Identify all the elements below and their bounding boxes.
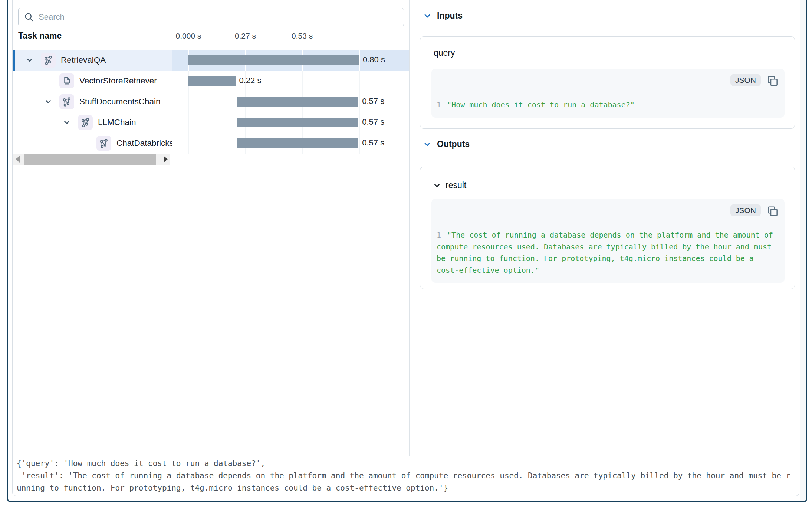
query-code-block: JSON 1"How much does it cost to run a da… (431, 69, 785, 118)
line-number: 1 (437, 100, 441, 109)
chain-span-type-icon (78, 115, 93, 130)
span-detail-panel: Inputs query JSON 1"How much does (409, 0, 799, 456)
span-row-vectorstoreretriever[interactable]: VectorStoreRetriever0.22 s (13, 71, 409, 91)
trace-viewer: Search Task name 0.000 s0.27 s0.53 s Ret… (0, 0, 812, 511)
duration-label: 0.22 s (239, 76, 262, 85)
scroll-right-button[interactable] (161, 154, 170, 165)
duration-label: 0.57 s (362, 138, 384, 148)
gridline (359, 91, 360, 112)
vertical-scrollbar-gutter[interactable] (800, 0, 806, 501)
gridline (359, 50, 360, 71)
gantt-timeline-cell: 0.22 s (172, 71, 409, 91)
duration-label: 0.80 s (363, 55, 385, 65)
copy-icon (766, 205, 778, 217)
outputs-result-card: result JSON 1"The cost of running a data… (420, 167, 795, 289)
span-name-cell[interactable]: LLMChain (13, 112, 172, 133)
trace-tree-panel: Search Task name 0.000 s0.27 s0.53 s Ret… (13, 0, 409, 456)
timeline-tick-label: 0.27 s (235, 32, 256, 40)
chain-span-type-icon (96, 136, 111, 151)
span-row-chatdatabricks[interactable]: ChatDatabricks0.57 s (13, 133, 409, 154)
span-name-cell[interactable]: StuffDocumentsChain (13, 91, 172, 112)
result-code-block: JSON 1"The cost of running a database de… (431, 199, 785, 283)
inputs-query-card: query JSON 1"How much does it cost to ru… (420, 36, 795, 129)
duration-bar[interactable] (237, 118, 359, 127)
scrollbar-thumb[interactable] (24, 154, 156, 165)
code-toolbar: JSON (431, 199, 785, 223)
gridline (359, 133, 360, 154)
span-row-stuffdocumentschain[interactable]: StuffDocumentsChain0.57 s (13, 91, 409, 112)
json-format-button[interactable]: JSON (730, 204, 761, 216)
span-name-label: LLMChain (98, 118, 136, 127)
scroll-right-arrow-icon (164, 156, 168, 163)
gantt-timeline-cell: 0.57 s (172, 112, 409, 133)
duration-bar[interactable] (237, 97, 359, 107)
search-input[interactable]: Search (18, 8, 404, 26)
chain-span-type-icon (41, 53, 56, 68)
span-name-label: RetrievalQA (61, 55, 106, 65)
chevron-placeholder (42, 74, 55, 88)
result-value: "The cost of running a database depends … (437, 230, 773, 275)
copy-button[interactable] (766, 205, 779, 217)
span-tree: RetrievalQA0.80 sVectorStoreRetriever0.2… (13, 50, 409, 154)
span-name-label: StuffDocumentsChain (79, 97, 160, 107)
gridline (302, 71, 303, 91)
expand-chevron-icon[interactable] (60, 116, 73, 129)
retriever-span-type-icon (59, 73, 74, 88)
inputs-section-header[interactable]: Inputs (423, 11, 463, 21)
scroll-left-arrow-icon (16, 156, 20, 163)
span-name-cell[interactable]: RetrievalQA (13, 50, 172, 71)
duration-bar[interactable] (188, 76, 236, 86)
cell-output-container: Search Task name 0.000 s0.27 s0.53 s Ret… (12, 0, 799, 496)
gantt-timeline-cell: 0.80 s (172, 50, 409, 71)
gridline (188, 91, 189, 112)
raw-output-text: {'query': 'How much does it cost to run … (17, 458, 795, 494)
gridline (359, 71, 360, 91)
gantt-timeline-cell: 0.57 s (172, 91, 409, 112)
search-placeholder: Search (39, 12, 65, 22)
span-name-label: ChatDatabricks (116, 138, 172, 148)
gantt-header: Task name 0.000 s0.27 s0.53 s (13, 30, 409, 46)
gridline (359, 112, 360, 133)
query-field-label: query (434, 48, 455, 58)
span-name-cell[interactable]: ChatDatabricks (13, 133, 172, 154)
task-name-column-header: Task name (18, 31, 62, 41)
chevron-placeholder (79, 137, 92, 150)
result-field-header[interactable]: result (433, 180, 466, 190)
horizontal-scrollbar[interactable] (13, 154, 170, 165)
chevron-down-icon (423, 140, 432, 149)
inputs-title: Inputs (437, 11, 463, 21)
timeline-tick-label: 0.53 s (292, 32, 313, 40)
duration-bar[interactable] (237, 138, 359, 148)
query-code-content: 1"How much does it cost to run a databas… (431, 93, 785, 118)
json-format-button[interactable]: JSON (730, 74, 761, 86)
chain-span-type-icon (59, 94, 74, 109)
copy-button[interactable] (766, 75, 779, 87)
chevron-down-icon (433, 181, 441, 190)
copy-icon (766, 75, 778, 87)
timeline-tick-label: 0.000 s (176, 32, 201, 40)
expand-chevron-icon[interactable] (42, 95, 55, 108)
span-row-llmchain[interactable]: LLMChain0.57 s (13, 112, 409, 133)
duration-label: 0.57 s (362, 117, 384, 127)
code-toolbar: JSON (431, 69, 785, 93)
gridline (188, 133, 189, 154)
gantt-timeline-cell: 0.57 s (172, 133, 409, 154)
chevron-down-icon (423, 12, 432, 20)
outputs-section-header[interactable]: Outputs (423, 139, 470, 149)
result-code-content: 1"The cost of running a database depends… (431, 223, 785, 283)
result-field-label: result (446, 180, 466, 190)
span-name-label: VectorStoreRetriever (79, 76, 157, 86)
duration-bar[interactable] (188, 55, 359, 65)
duration-label: 0.57 s (362, 96, 384, 106)
gridline (188, 112, 189, 133)
span-row-retrievalqa[interactable]: RetrievalQA0.80 s (13, 50, 409, 71)
outputs-title: Outputs (437, 139, 470, 149)
span-name-cell[interactable]: VectorStoreRetriever (13, 71, 172, 91)
query-value: "How much does it cost to run a database… (447, 100, 635, 109)
search-icon (24, 12, 34, 22)
expand-chevron-icon[interactable] (23, 53, 36, 67)
line-number: 1 (437, 230, 441, 239)
scroll-left-button[interactable] (13, 154, 22, 165)
